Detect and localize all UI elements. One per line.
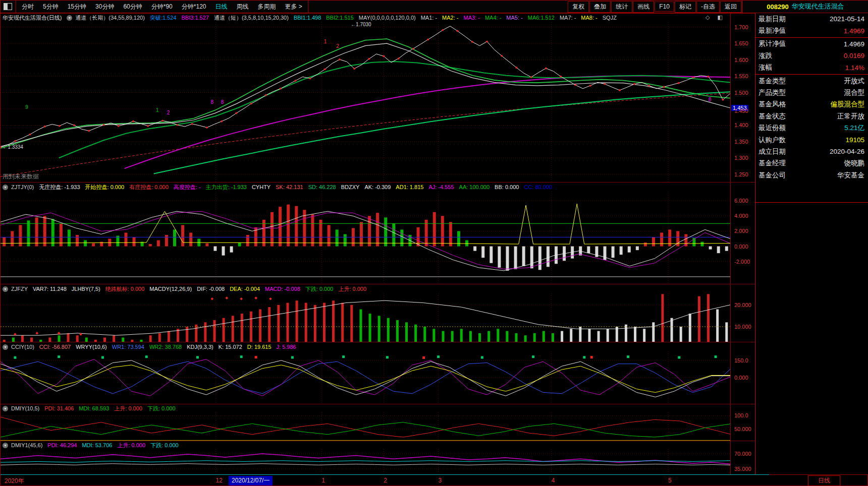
info-value: 华安基金 (837, 171, 864, 180)
toolbar-button-统计[interactable]: 统计 (611, 1, 632, 13)
indicator-token: 下跌: 0.000 (305, 286, 334, 292)
axis-month-label: 3 (439, 477, 442, 484)
zjtjy-chart[interactable] (1, 192, 730, 284)
toolbar-button-F10[interactable]: F10 (655, 2, 674, 12)
fund-info-rows: 最新日期2021-05-14最新净值1.4969累计净值1.4969涨跌0.01… (755, 13, 868, 181)
y-axis-label: 2.000 (734, 228, 748, 234)
indicator-token: MDI: 53.706 (82, 443, 112, 448)
toolbar-button-画线[interactable]: 画线 (633, 1, 654, 13)
indicator-token: BBI1:1.498 (294, 15, 321, 21)
menu-item-分钟*90[interactable]: 分钟*90 (147, 3, 177, 11)
toolbar-button-叠加[interactable]: 叠加 (589, 1, 611, 13)
axis-month-label: 4 (552, 477, 555, 484)
indicator-token: AJ: -4.555 (428, 185, 454, 190)
y-axis-label: 1.350 (734, 139, 748, 145)
y-axis-label: 150.0 (734, 357, 748, 363)
indicator-token: JLHBY(7,5) (72, 286, 100, 292)
menu-item-更多 >[interactable]: 更多 > (281, 3, 307, 11)
indicator-token: MA2: - (442, 15, 458, 21)
indicator-token: 通道（短）(3,5,8,10,15,20,30) (214, 15, 289, 21)
svg-text:8: 8 (709, 97, 712, 102)
toolbar-button-标记[interactable]: 标记 (675, 1, 696, 13)
indicator-token: MA4: - (485, 15, 501, 21)
indicator-token: BDZXY (341, 185, 360, 190)
collapse-icon[interactable]: ▼ (3, 406, 8, 411)
chart-corner-icons[interactable]: ◇ ◧ (706, 14, 726, 21)
main-header: 华安现代生活混合(日线)▼通道（长期）(34,55,89,120)突破:1.52… (1, 14, 755, 22)
axis-period-label[interactable]: 日线 (808, 475, 840, 486)
axis-selected-date[interactable]: 2020/12/07/一 (229, 476, 273, 485)
info-separator (755, 74, 868, 75)
indicator-token: 下跌: 0.000 (150, 443, 179, 448)
y-axis-label: 1.250 (734, 171, 748, 177)
indicator-token: MAY(0,0,0,0,0,120,0,0) (359, 15, 416, 21)
y-axis-label: 100.0 (734, 412, 748, 418)
indicator-token: 有庄控盘: 0.000 (129, 185, 169, 190)
y-axis-label: 6.000 (734, 198, 748, 204)
toolbar-button-复权[interactable]: 复权 (568, 1, 589, 13)
menu-item-60分钟[interactable]: 60分钟 (119, 3, 146, 11)
menu-item-分钟*120[interactable]: 分钟*120 (177, 3, 211, 11)
indicator-token: WR2: 38.768 (149, 344, 182, 350)
menu-item-分时[interactable]: 分时 (17, 3, 38, 11)
indicator-token: 高度控盘: - (174, 185, 201, 190)
dmiy1-chart[interactable] (1, 449, 730, 475)
indicator-token: 开始控盘: 0.000 (85, 185, 125, 190)
zjfzy-chart[interactable] (1, 293, 730, 342)
indicator-token: SK: 42.131 (276, 185, 303, 190)
info-separator (755, 37, 868, 38)
collapse-icon[interactable]: ▼ (3, 185, 8, 190)
info-row: 累计净值1.4969 (755, 38, 868, 50)
collapse-icon[interactable]: ▼ (3, 443, 8, 448)
indicator-token: DIF: -0.008 (197, 286, 225, 292)
collapse-icon[interactable]: ▼ (67, 15, 72, 21)
info-value: 饶晓鹏 (844, 159, 865, 168)
fund-info-panel: 最新日期2021-05-14最新净值1.4969累计净值1.4969涨跌0.01… (755, 13, 868, 474)
svg-text:8: 8 (221, 99, 224, 105)
info-label: 涨跌 (758, 51, 772, 60)
indicator-token: BBI2:1.515 (326, 15, 353, 21)
cciy-y-axis: 150.00.000 (730, 342, 755, 404)
y-axis-label: 1.600 (734, 57, 748, 63)
bottom-time-axis[interactable]: 2020年 2020/12/07/一 日线 1212345 (1, 474, 868, 486)
menu-item-5分钟[interactable]: 5分钟 (38, 3, 63, 11)
collapse-icon[interactable]: ▼ (3, 344, 8, 350)
info-label: 累计净值 (758, 39, 786, 48)
indicator-token: 上升: 0.000 (117, 443, 145, 448)
info-row: 成立日期2020-04-26 (755, 146, 868, 157)
indicator-token: ZJTJY(0) (11, 185, 34, 190)
indicator-token: MA8: - (581, 15, 597, 21)
y-axis-label: 1.650 (734, 40, 748, 46)
info-value: 5.21亿 (844, 124, 864, 133)
window-layout-icon[interactable] (4, 3, 12, 10)
menu-item-15分钟[interactable]: 15分钟 (63, 3, 91, 11)
y-axis-label: 1.700 (734, 24, 748, 30)
info-value: 1.4969 (844, 27, 864, 35)
info-row: 基金公司华安基金 (755, 169, 868, 181)
menu-item-日线[interactable]: 日线 (211, 3, 232, 11)
collapse-icon[interactable]: ▼ (3, 286, 8, 292)
y-axis-label: 1.400 (734, 122, 748, 128)
toolbar-buttons: 复权叠加统计画线F10标记-自选返回 (568, 1, 742, 13)
info-row: 涨幅1.14% (755, 62, 868, 74)
main-chart[interactable]: ←1.3334←1.703012912888 (1, 22, 730, 183)
indicator-token: MA1: - (421, 15, 437, 21)
dmiy-chart[interactable] (1, 412, 730, 441)
info-row: 最近份额5.21亿 (755, 123, 868, 134)
cciy-chart[interactable] (1, 351, 730, 404)
menu-item-30分钟[interactable]: 30分钟 (91, 3, 119, 11)
menu-item-周线[interactable]: 周线 (232, 3, 253, 11)
indicator-token: DEA: -0.004 (230, 286, 260, 292)
y-axis-label: 10.000 (734, 324, 751, 330)
info-label: 涨幅 (758, 63, 772, 72)
menu-item-多周期[interactable]: 多周期 (253, 3, 281, 11)
info-value: 混合型 (844, 88, 865, 97)
info-row: 最新日期2021-05-14 (755, 13, 868, 25)
svg-text:←1.3334: ←1.3334 (3, 144, 23, 150)
info-row: 基金类型开放式 (755, 75, 868, 87)
indicator-token: MA3: - (464, 15, 480, 21)
info-label: 基金经理 (758, 159, 786, 168)
toolbar-button-返回[interactable]: 返回 (720, 1, 741, 13)
toolbar-button--自选[interactable]: -自选 (696, 1, 720, 13)
y-axis-label: 20.000 (734, 302, 751, 308)
